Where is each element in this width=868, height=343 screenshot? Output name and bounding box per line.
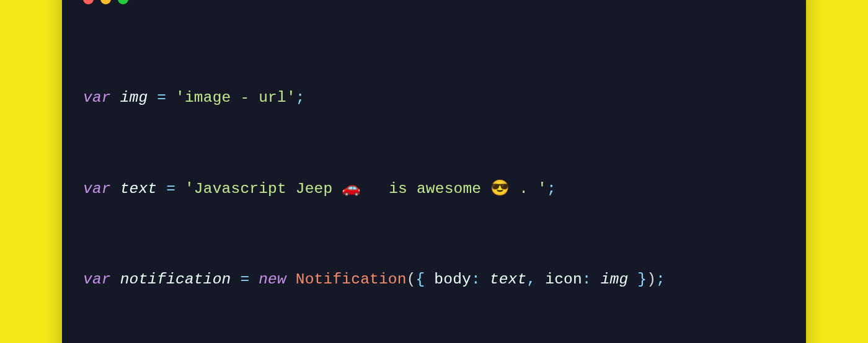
identifier-img: img <box>601 271 629 288</box>
code-line-3: var notification = new Notification({ bo… <box>83 269 785 292</box>
keyword-var: var <box>83 180 111 197</box>
keyword-var: var <box>83 89 111 106</box>
property-body: body <box>425 271 471 288</box>
minimize-icon <box>100 0 111 4</box>
string-literal: 'image - url' <box>175 89 296 106</box>
string-literal: 'Javascript Jeep 🚗 is awesome 😎 . ' <box>185 180 547 197</box>
semicolon: ; <box>656 271 665 288</box>
keyword-var: var <box>83 271 111 288</box>
code-block: var img = 'image - url'; var text = 'Jav… <box>83 42 785 337</box>
identifier-text: text <box>120 180 157 197</box>
code-line-2: var text = 'Javascript Jeep 🚗 is awesome… <box>83 178 785 201</box>
property-icon: icon <box>536 271 582 288</box>
colon: : <box>471 271 480 288</box>
identifier-notification: notification <box>120 271 231 288</box>
close-brace: } <box>637 271 647 288</box>
semicolon: ; <box>296 89 305 106</box>
colon: : <box>582 271 591 288</box>
close-icon <box>83 0 94 4</box>
keyword-new: new <box>259 271 286 288</box>
class-notification: Notification <box>296 271 407 288</box>
operator-equals: = <box>157 89 166 106</box>
semicolon: ; <box>547 180 556 197</box>
identifier-text: text <box>490 271 527 288</box>
code-window: var img = 'image - url'; var text = 'Jav… <box>62 0 806 343</box>
code-line-1: var img = 'image - url'; <box>83 87 785 110</box>
maximize-icon <box>118 0 128 4</box>
open-paren: ( <box>407 271 416 288</box>
identifier-img: img <box>120 89 148 106</box>
operator-equals: = <box>166 180 175 197</box>
window-traffic-lights <box>83 0 785 4</box>
operator-equals: = <box>240 271 249 288</box>
open-brace: { <box>416 271 425 288</box>
close-paren: ) <box>647 271 656 288</box>
comma: , <box>526 271 536 288</box>
